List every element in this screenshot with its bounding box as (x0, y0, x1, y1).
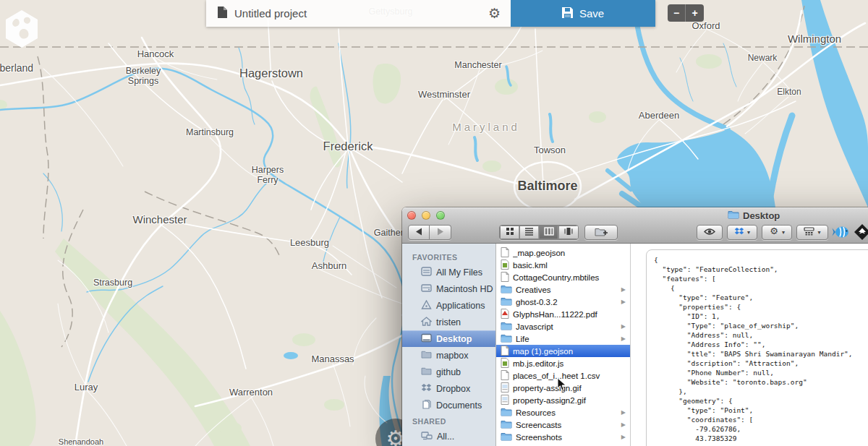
project-settings-icon[interactable]: ⚙ (488, 7, 501, 20)
arrange-menu-button[interactable] (796, 225, 828, 240)
sidebar-item-label: github (436, 367, 461, 377)
file-row[interactable]: basic.kml (496, 259, 630, 271)
forward-icon (437, 227, 444, 238)
map-label: Aberdeen (639, 111, 679, 121)
icon-view-icon (506, 227, 514, 238)
file-row[interactable]: Screencasts▶ (496, 419, 630, 431)
inkscape-app-icon[interactable] (853, 223, 868, 242)
json-line: "Website": "toronto.baps.org" (654, 377, 868, 387)
zoom-in-button[interactable]: + (686, 4, 704, 22)
document-icon (218, 7, 227, 21)
map-label: Westminster (418, 90, 470, 100)
window-zoom-button[interactable] (436, 211, 445, 220)
coverflow-view-icon (563, 227, 574, 238)
file-row[interactable]: Screenshots▶ (496, 431, 630, 443)
disclosure-arrow-icon: ▶ (621, 335, 626, 342)
file-row[interactable]: mb.js.editor.js (496, 357, 630, 369)
columns-view-icon (544, 227, 554, 238)
sidebar-item-tristen[interactable]: tristen (402, 314, 495, 330)
file-row[interactable]: Resources▶ (496, 406, 630, 419)
map-label: Luray (75, 382, 98, 393)
json-line: "Type": "place_of_worship", (654, 321, 868, 330)
sidebar-item-dropbox[interactable]: Dropbox (402, 380, 495, 397)
file-name: Life (516, 335, 621, 343)
file-row[interactable]: Life▶ (496, 333, 630, 345)
forward-button[interactable] (430, 225, 451, 240)
disclosure-arrow-icon: ▶ (621, 286, 626, 293)
view-icons-button[interactable] (500, 226, 519, 239)
json-line: "type": "Point", (654, 406, 868, 415)
back-button[interactable] (408, 225, 430, 240)
arrange-icon (804, 227, 814, 238)
file-name: GlyphsHan...11222.pdf (513, 310, 627, 319)
dropbox-toolbar-button[interactable] (727, 225, 757, 240)
map-label: Martinsburg (186, 128, 234, 138)
file-name: Javascript (516, 322, 621, 331)
fish-app-icon[interactable] (832, 223, 851, 242)
doc-file-icon (501, 370, 509, 382)
map-label: Cumberland (0, 63, 33, 74)
sidebar-item-github[interactable]: github (402, 364, 495, 380)
sidebar-item-documents[interactable]: Documents (402, 397, 495, 413)
file-row[interactable]: Javascript▶ (496, 320, 630, 333)
window-close-button[interactable] (407, 211, 416, 220)
json-line: "features": [ (654, 274, 868, 283)
doc-file-icon (501, 346, 509, 357)
folder-file-icon (501, 432, 512, 442)
json-line: "coordinates": [ (654, 415, 868, 424)
mapbox-logo[interactable] (3, 9, 41, 49)
geojson-preview[interactable]: { "type": "FeatureCollection", "features… (646, 249, 868, 446)
map-label: Leesburg (290, 238, 329, 248)
zoom-out-button[interactable]: − (668, 4, 686, 22)
view-mode-control (499, 225, 579, 240)
sidebar-item-applications[interactable]: Applications (402, 297, 495, 314)
window-title: Desktop (728, 210, 780, 221)
json-line: -79.626786, (654, 424, 868, 434)
inkscape-icon (854, 232, 868, 243)
screen: CumberlandHancockBerkeley SpringsHagerst… (0, 0, 868, 446)
sidebar-item-mapbox[interactable]: mapbox (402, 347, 495, 364)
disclosure-arrow-icon: ▶ (621, 434, 626, 440)
file-name: property-assign.gif (513, 384, 627, 393)
file-name: Screencasts (516, 421, 621, 429)
documents-icon (421, 400, 432, 411)
file-row[interactable]: property-assign2.gif (496, 394, 630, 406)
file-row[interactable]: CottageCountry.mbtiles (496, 271, 630, 283)
new-folder-button[interactable] (584, 225, 618, 240)
file-row[interactable]: map (1).geojson (496, 345, 630, 357)
save-icon (562, 7, 573, 20)
action-menu-button[interactable]: ⚙ (762, 225, 792, 240)
disclosure-arrow-icon: ▶ (621, 409, 626, 416)
fish-icon (832, 232, 851, 243)
sidebar-item-macintosh-hd[interactable]: Macintosh HD (402, 280, 495, 297)
back-icon (415, 227, 422, 238)
map-label: Wilmington (788, 33, 841, 46)
map-label: Winchester (132, 214, 187, 226)
gear-icon: ⚙ (769, 226, 779, 239)
project-title-field[interactable]: Untitled project ⚙ (206, 0, 511, 27)
file-row[interactable]: ghost-0.3.2▶ (496, 296, 630, 308)
window-minimize-button[interactable] (422, 211, 430, 220)
harddrive-icon (421, 283, 432, 295)
file-name: places_of_i...heet 1.csv (513, 372, 627, 380)
finder-titlebar[interactable]: Desktop ⚙ (402, 207, 868, 244)
file-row[interactable]: GlyphsHan...11222.pdf (496, 308, 630, 320)
applications-icon (421, 300, 432, 312)
file-row[interactable]: _map.geojson (496, 246, 630, 259)
save-button[interactable]: Save (511, 0, 655, 27)
project-title: Untitled project (234, 7, 307, 20)
view-columns-button[interactable] (539, 226, 558, 239)
folder-file-icon (501, 296, 512, 307)
sidebar-item-label: Desktop (436, 334, 472, 344)
view-coverflow-button[interactable] (558, 226, 578, 239)
folder_sb-icon (421, 366, 432, 377)
view-list-button[interactable] (519, 226, 539, 239)
file-row[interactable]: Creatives▶ (496, 283, 630, 296)
doc-file-icon (501, 272, 509, 283)
sidebar-item-all-[interactable]: All... (402, 428, 495, 445)
sidebar-item-all-my-files[interactable]: All My Files (402, 264, 495, 280)
folder-file-icon (501, 419, 512, 430)
quicklook-button[interactable] (697, 225, 723, 240)
map-label: Manchester (454, 61, 501, 71)
sidebar-item-desktop[interactable]: Desktop (402, 330, 495, 347)
